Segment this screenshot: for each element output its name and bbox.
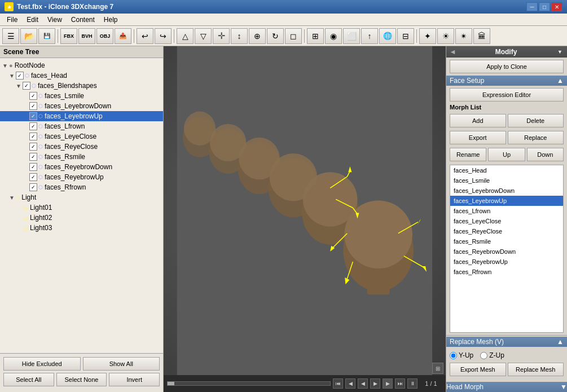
play-start-button[interactable]: ⏮: [333, 378, 343, 389]
select-none-button[interactable]: Select None: [56, 373, 107, 386]
play-end-button[interactable]: ⏭: [395, 378, 405, 389]
morph-item[interactable]: faces_ReyeClose: [450, 226, 563, 236]
menu-view[interactable]: View: [43, 15, 67, 25]
toolbar-building[interactable]: 🏛: [473, 28, 490, 44]
tree-checkbox[interactable]: ✓: [29, 163, 37, 171]
toolbar-transform[interactable]: ↕: [231, 28, 248, 44]
toolbar-frame[interactable]: ⊟: [397, 28, 414, 44]
tree-item-faces-reyeclose[interactable]: ✓ ⬡ faces_ReyeClose: [0, 142, 163, 152]
tree-item-faces-leyeclose[interactable]: ✓ ⬡ faces_LeyeClose: [0, 131, 163, 142]
viewport[interactable]: Render: Quick Shader Visible Faces Count…: [164, 46, 446, 392]
invert-button[interactable]: Invert: [109, 373, 160, 386]
toolbar-open[interactable]: 📂: [20, 28, 37, 44]
toolbar-view[interactable]: ⬜: [343, 28, 360, 44]
toolbar-move-up[interactable]: △: [177, 28, 194, 44]
tree-item-light[interactable]: ▼ ○ Light: [0, 192, 163, 202]
toolbar-bvh[interactable]: BVH: [78, 28, 95, 44]
close-button[interactable]: ✕: [551, 2, 562, 11]
face-setup-section[interactable]: Face Setup ▲: [446, 76, 567, 86]
tree-item-faces-rfrown[interactable]: ✓ ⬡ faces_Rfrown: [0, 182, 163, 192]
tree-item-faces-lfrown[interactable]: ✓ ⬡ faces_Lfrown: [0, 121, 163, 131]
viewport-canvas[interactable]: [164, 46, 446, 375]
tree-item-faces-reyebrowup[interactable]: ✓ ⬡ faces_ReyebrowUp: [0, 172, 163, 182]
tree-checkbox[interactable]: ✓: [29, 143, 37, 151]
toggle-icon[interactable]: ▼: [16, 83, 23, 89]
toolbar-rotate[interactable]: ⊕: [249, 28, 266, 44]
play-button[interactable]: ▶: [383, 378, 393, 389]
toolbar-select[interactable]: ✛: [213, 28, 230, 44]
next-frame-button[interactable]: ▶: [370, 378, 380, 389]
morph-item[interactable]: faces_LeyebrowDown: [450, 186, 563, 196]
tree-checkbox[interactable]: ✓: [29, 112, 37, 120]
pause-button[interactable]: ⏸: [407, 378, 417, 389]
tree-checkbox[interactable]: ✓: [29, 183, 37, 191]
toolbar-send[interactable]: 📤: [115, 28, 131, 44]
head-morph-section[interactable]: Head Morph ▼: [446, 382, 567, 392]
morph-down-button[interactable]: Down: [527, 148, 564, 161]
tree-item-faces-head[interactable]: ▼ ✓ ⬡ faces_Head: [0, 71, 163, 81]
toggle-icon[interactable]: ▼: [9, 195, 16, 201]
z-up-radio[interactable]: [480, 352, 487, 359]
y-up-radio-label[interactable]: Y-Up: [450, 351, 473, 359]
toolbar-redo[interactable]: ↪: [155, 28, 172, 44]
toggle-icon[interactable]: ▼: [2, 63, 9, 69]
toolbar-camera[interactable]: ◉: [325, 28, 342, 44]
menu-edit[interactable]: Edit: [22, 15, 43, 25]
toolbar-fx3[interactable]: ✴: [455, 28, 472, 44]
select-all-button[interactable]: Select All: [3, 373, 54, 386]
tree-item-faces-rsmile[interactable]: ✓ ⬡ faces_Rsmile: [0, 152, 163, 162]
tree-checkbox[interactable]: ✓: [29, 102, 37, 110]
tree-checkbox[interactable]: ✓: [29, 153, 37, 161]
tree-checkbox[interactable]: ✓: [29, 92, 37, 100]
tree-checkbox[interactable]: ✓: [29, 122, 37, 130]
morph-item[interactable]: faces_Head: [450, 165, 563, 175]
tree-item-faces-leyebrowup[interactable]: ✓ ⬡ faces_LeyebrowUp: [0, 111, 163, 121]
tree-item-faces-reyebrowdown[interactable]: ✓ ⬡ faces_ReyebrowDown: [0, 162, 163, 172]
toolbar-snap[interactable]: ◻: [285, 28, 302, 44]
viewport-corner-button[interactable]: ⊞: [432, 363, 443, 374]
morph-replace-button[interactable]: Replace: [508, 131, 564, 144]
timeline-track[interactable]: [167, 381, 331, 386]
export-mesh-button[interactable]: Export Mesh: [450, 363, 506, 376]
toolbar-fx2[interactable]: ☀: [437, 28, 454, 44]
minimize-button[interactable]: ─: [526, 2, 538, 11]
morph-item[interactable]: faces_Lsmile: [450, 175, 563, 186]
toolbar-up[interactable]: ↑: [361, 28, 378, 44]
toolbar-obj[interactable]: OBJ: [96, 28, 113, 44]
toolbar-fbx[interactable]: FBX: [60, 28, 77, 44]
morph-rename-button[interactable]: Rename: [450, 148, 486, 161]
z-up-radio-label[interactable]: Z-Up: [480, 351, 504, 359]
toolbar-new[interactable]: ☰: [2, 28, 19, 44]
maximize-button[interactable]: □: [539, 2, 550, 11]
tree-item-faces-blendshapes[interactable]: ▼ ✓ ⬡ faces_Blendshapes: [0, 81, 163, 91]
tree-checkbox[interactable]: ✓: [29, 173, 37, 181]
tree-checkbox[interactable]: ✓: [29, 133, 37, 140]
morph-item[interactable]: faces_ReyebrowDown: [450, 246, 563, 257]
tree-item-light03[interactable]: ◎ Light03: [0, 223, 163, 233]
toolbar-fx1[interactable]: ✦: [419, 28, 436, 44]
hide-excluded-button[interactable]: Hide Excluded: [3, 357, 81, 371]
toolbar-undo[interactable]: ↩: [137, 28, 153, 44]
tree-item-faces-lsmile[interactable]: ✓ ⬡ faces_Lsmile: [0, 91, 163, 101]
morph-list[interactable]: faces_Head faces_Lsmile faces_LeyebrowDo…: [450, 165, 564, 333]
tree-item-faces-leyebrowdown[interactable]: ✓ ⬡ faces_LeyebrowDown: [0, 101, 163, 111]
expression-editor-button[interactable]: Expression Editor: [450, 88, 564, 102]
menu-content[interactable]: Content: [67, 15, 99, 25]
morph-item[interactable]: faces_Lfrown: [450, 206, 563, 216]
toolbar-scale[interactable]: ↻: [267, 28, 284, 44]
morph-item[interactable]: faces_ReyebrowUp: [450, 257, 563, 267]
show-all-button[interactable]: Show All: [83, 357, 160, 371]
morph-item[interactable]: faces_LeyeClose: [450, 216, 563, 226]
morph-export-button[interactable]: Export: [450, 131, 506, 144]
morph-item[interactable]: faces_Rfrown: [450, 267, 563, 277]
tree-item-light02[interactable]: ◎ Light02: [0, 213, 163, 223]
toolbar-globe[interactable]: 🌐: [379, 28, 396, 44]
prev-frame-button[interactable]: ◀: [358, 378, 368, 389]
prev-button[interactable]: ◀: [345, 378, 355, 389]
morph-up-button[interactable]: Up: [488, 148, 525, 161]
morph-delete-button[interactable]: Delete: [508, 114, 564, 127]
tree-item-light01[interactable]: ◎ Light01: [0, 202, 163, 213]
toggle-icon[interactable]: ▼: [9, 73, 16, 79]
toolbar-grid[interactable]: ⊞: [307, 28, 324, 44]
y-up-radio[interactable]: [450, 352, 457, 359]
